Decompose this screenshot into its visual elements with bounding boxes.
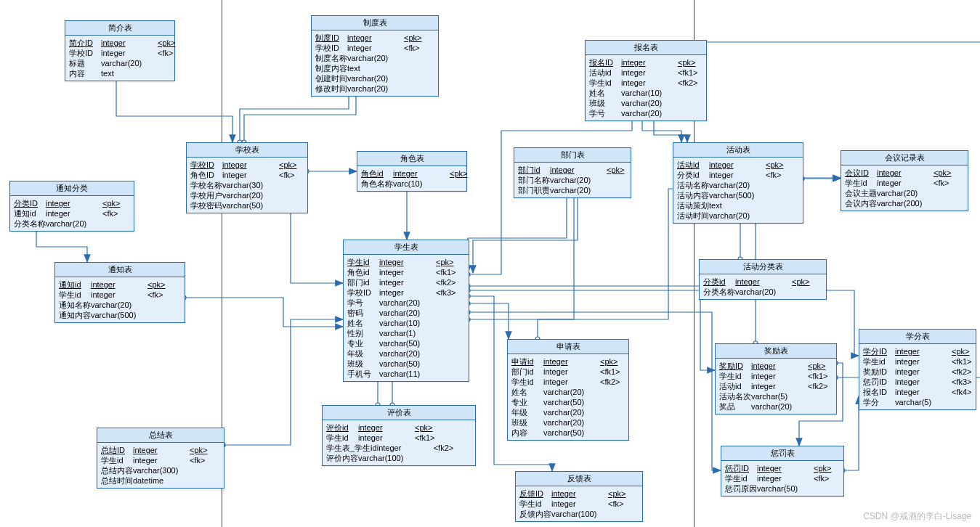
entity-row: 学校用户varchar(20) <box>190 190 304 200</box>
entity-row: 学生idinteger<fk1> <box>863 356 972 367</box>
entity-row: 部门idinteger<fk2> <box>347 277 465 287</box>
entity-row: 角色IDinteger<fk> <box>190 170 304 180</box>
entity-row: 学分varchar(5) <box>863 397 972 407</box>
entity-row: 分类IDinteger<pk> <box>14 198 130 208</box>
entity-row: 学生idinteger<fk> <box>845 178 964 188</box>
entity-row: 手机号varchar(11) <box>347 369 465 379</box>
entity-title: 惩罚表 <box>721 446 843 461</box>
entity-row: 学校IDinteger<fk3> <box>347 287 465 298</box>
entity-row: 学校名称varchar(30) <box>190 180 304 190</box>
entity-body: 奖励IDinteger<pk>学生idinteger<fk1>活动idinteg… <box>716 359 836 414</box>
entity-row: 总结IDinteger<pk> <box>101 445 220 455</box>
entity-row: 评价idinteger<pk> <box>326 422 471 433</box>
entity-row: 总结时间datetime <box>101 475 220 486</box>
entity-row: 部门名称varchar(20) <box>518 175 627 185</box>
entity-row: 通知idinteger<fk> <box>14 208 130 218</box>
entity-body: 惩罚IDinteger<pk>学生idinteger<fk>惩罚原因varcha… <box>721 461 843 496</box>
entity-body: 分类idinteger<pk>分类名称varchar(20) <box>700 274 826 299</box>
entity-body: 部门idinteger<pk>部门名称varchar(20)部门职责varcha… <box>514 163 631 197</box>
entity-body: 制度IDinteger<pk>学校IDinteger<fk>制度名称varcha… <box>312 30 438 96</box>
entity-row: 学号varchar(20) <box>589 108 702 118</box>
entity-title: 奖励表 <box>716 344 836 359</box>
entity-row: 简介IDinteger<pk> <box>69 38 171 48</box>
entity-row: 通知idinteger<pk> <box>59 279 181 290</box>
entity-body: 学分IDinteger<pk>学生idinteger<fk1>奖励IDinteg… <box>859 344 976 409</box>
entity-row: 惩罚IDinteger<pk> <box>725 463 840 473</box>
entity-row: 分类名称varchar(20) <box>14 218 130 229</box>
entity-body: 报名IDinteger<pk>活动idinteger<fk1>学生idinteg… <box>586 55 706 120</box>
entity-title: 活动分类表 <box>700 260 826 274</box>
entity-row: 学生idinteger<fk1> <box>326 433 471 443</box>
entity-row: 反馈IDinteger<pk> <box>519 489 639 499</box>
entity-row: 会议内容varchar(200) <box>845 198 964 208</box>
entity-credit: 学分表学分IDinteger<pk>学生idinteger<fk1>奖励IDin… <box>859 329 976 410</box>
entity-row: 内容text <box>69 68 171 78</box>
entity-title: 报名表 <box>586 41 706 55</box>
entity-row: 专业varchar(50) <box>511 397 625 407</box>
entity-row: 奖励IDinteger<fk2> <box>863 367 972 377</box>
entity-notice_cat: 通知分类分类IDinteger<pk>通知idinteger<fk>分类名称va… <box>9 181 134 232</box>
entity-row: 标题varchar(20) <box>69 58 171 68</box>
entity-row: 年级varchar(20) <box>347 348 465 359</box>
entity-row: 班级varchar(20) <box>511 417 625 428</box>
entity-reward: 奖励表奖励IDinteger<pk>学生idinteger<fk1>活动idin… <box>715 343 837 414</box>
entity-row: 学校IDinteger<fk> <box>69 48 171 58</box>
entity-row: 活动内容varchar(500) <box>677 190 799 200</box>
entity-row: 通知名称varchar(20) <box>59 300 181 310</box>
entity-row: 学生表_学生idinteger<fk2> <box>326 443 471 453</box>
entity-row: 部门idinteger<pk> <box>518 165 627 175</box>
entity-row: 制度内容text <box>315 63 434 73</box>
entity-body: 申请idinteger<pk>部门idinteger<fk1>学生idinteg… <box>508 354 628 440</box>
entity-title: 学生表 <box>344 240 469 255</box>
entity-row: 学生idinteger<fk> <box>101 455 220 465</box>
entity-row: 修改时间varchar(20) <box>315 83 434 94</box>
entity-row: 专业varchar(50) <box>347 338 465 348</box>
entity-summary: 总结表总结IDinteger<pk>学生idinteger<fk>总结内容var… <box>97 428 224 489</box>
entity-row: 部门职责varchar(20) <box>518 185 627 195</box>
entity-row: 学号varchar(20) <box>347 298 465 308</box>
entity-row: 通知内容varchar(500) <box>59 310 181 320</box>
entity-row: 学校IDinteger<fk> <box>315 43 434 53</box>
entity-row: 活动idinteger<pk> <box>677 160 799 170</box>
entity-feedback: 反馈表反馈IDinteger<pk>学生idinteger<fk>反馈内容var… <box>515 471 643 522</box>
entity-row: 部门idinteger<fk1> <box>511 367 625 377</box>
entity-body: 活动idinteger<pk>分类idinteger<fk>活动名称varcha… <box>673 158 803 223</box>
entity-row: 评价内容varchar(100) <box>326 453 471 463</box>
entity-body: 总结IDinteger<pk>学生idinteger<fk>总结内容varcha… <box>97 443 224 488</box>
entity-row: 姓名varchar(10) <box>589 88 702 98</box>
entity-row: 角色名称varc(10) <box>361 179 463 189</box>
entity-row: 活动策划text <box>677 200 799 211</box>
entity-intro: 简介表简介IDinteger<pk>学校IDinteger<fk>标题varch… <box>65 20 175 81</box>
entity-title: 通知表 <box>55 263 185 277</box>
entity-row: 姓名varchar(20) <box>511 387 625 397</box>
entity-title: 通知分类 <box>10 181 134 196</box>
entity-title: 部门表 <box>514 148 631 163</box>
entity-row: 总结内容varchar(300) <box>101 465 220 475</box>
entity-signup: 报名表报名IDinteger<pk>活动idinteger<fk1>学生idin… <box>585 40 707 121</box>
entity-title: 活动表 <box>673 143 803 158</box>
entity-row: 活动时间varchar(20) <box>677 211 799 221</box>
entity-notice: 通知表通知idinteger<pk>学生idinteger<fk>通知名称var… <box>54 262 185 323</box>
entity-punish: 惩罚表惩罚IDinteger<pk>学生idinteger<fk>惩罚原因var… <box>721 446 844 497</box>
entity-row: 奖品varchar(20) <box>719 401 833 412</box>
entity-row: 惩罚原因varchar(50) <box>725 483 840 494</box>
entity-row: 申请idinteger<pk> <box>511 356 625 367</box>
entity-meeting: 会议记录表会议IDinteger<pk>学生idinteger<fk>会议主题v… <box>841 150 968 211</box>
entity-row: 性别varchar(1) <box>347 328 465 338</box>
entity-row: 创建时间varchar(20) <box>315 73 434 83</box>
entity-title: 角色表 <box>357 152 466 166</box>
entity-title: 评价表 <box>323 406 475 420</box>
entity-title: 总结表 <box>97 428 224 443</box>
entity-activity: 活动表活动idinteger<pk>分类idinteger<fk>活动名称var… <box>673 142 803 224</box>
entity-row: 活动名次varchar(5) <box>719 391 833 401</box>
entity-row: 角色idinteger<pk> <box>361 168 463 179</box>
entity-role: 角色表角色idinteger<pk>角色名称varc(10) <box>357 151 467 192</box>
entity-row: 奖励IDinteger<pk> <box>719 361 833 371</box>
entity-title: 制度表 <box>312 16 438 30</box>
entity-dept: 部门表部门idinteger<pk>部门名称varchar(20)部门职责var… <box>514 147 631 198</box>
entity-title: 学校表 <box>187 143 307 158</box>
entity-student: 学生表学生idinteger<pk>角色idinteger<fk1>部门idin… <box>343 240 469 382</box>
entity-title: 会议记录表 <box>841 151 968 166</box>
entity-row: 活动名称varchar(20) <box>677 180 799 190</box>
entity-row: 学生idinteger<fk2> <box>589 78 702 88</box>
